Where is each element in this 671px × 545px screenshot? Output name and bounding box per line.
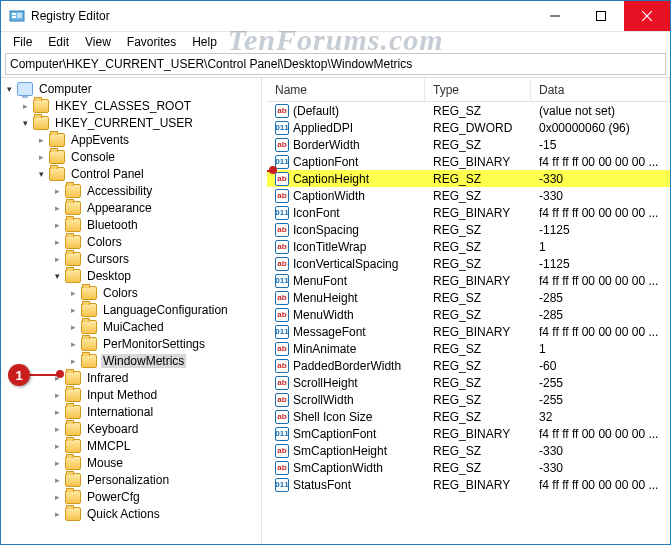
value-row[interactable]: abIconSpacing REG_SZ -1125 — [267, 221, 670, 238]
caret-right-icon[interactable]: ▸ — [67, 338, 79, 350]
caret-right-icon[interactable]: ▸ — [51, 457, 63, 469]
tree-node[interactable]: ▸Infrared — [3, 369, 261, 386]
value-row[interactable]: ab(Default) REG_SZ (value not set) — [267, 102, 670, 119]
tree-node[interactable]: ▸Console — [3, 148, 261, 165]
value-data: 1 — [531, 342, 670, 356]
value-row[interactable]: abSmCaptionHeight REG_SZ -330 — [267, 442, 670, 459]
value-row[interactable]: 011MessageFont REG_BINARY f4 ff ff ff 00… — [267, 323, 670, 340]
value-row[interactable]: 011AppliedDPI REG_DWORD 0x00000060 (96) — [267, 119, 670, 136]
tree-node[interactable]: ▸MuiCached — [3, 318, 261, 335]
value-row[interactable]: abCaptionHeight REG_SZ -330 — [267, 170, 670, 187]
caret-right-icon[interactable]: ▸ — [67, 304, 79, 316]
tree-node[interactable]: ▸Mouse — [3, 454, 261, 471]
tree-node[interactable]: ▸Colors — [3, 284, 261, 301]
col-name[interactable]: Name — [267, 78, 425, 101]
caret-right-icon[interactable]: ▸ — [35, 134, 47, 146]
value-row[interactable]: 011IconFont REG_BINARY f4 ff ff ff 00 00… — [267, 204, 670, 221]
tree-node[interactable]: ▸WindowMetrics — [3, 352, 261, 369]
value-row[interactable]: abMinAnimate REG_SZ 1 — [267, 340, 670, 357]
title-bar[interactable]: Registry Editor — [1, 1, 670, 31]
caret-right-icon[interactable]: ▸ — [51, 406, 63, 418]
value-row[interactable]: abIconVerticalSpacing REG_SZ -1125 — [267, 255, 670, 272]
values-panel[interactable]: Name Type Data ab(Default) REG_SZ (value… — [267, 78, 670, 544]
tree-node[interactable]: ▸MMCPL — [3, 437, 261, 454]
tree-node[interactable]: ▸Bluetooth — [3, 216, 261, 233]
caret-right-icon[interactable]: ▸ — [51, 253, 63, 265]
tree-node[interactable]: ▸HKEY_CLASSES_ROOT — [3, 97, 261, 114]
value-row[interactable]: abSmCaptionWidth REG_SZ -330 — [267, 459, 670, 476]
caret-right-icon[interactable]: ▸ — [51, 423, 63, 435]
menu-edit[interactable]: Edit — [40, 33, 77, 51]
menu-view[interactable]: View — [77, 33, 119, 51]
value-data: -15 — [531, 138, 670, 152]
maximize-button[interactable] — [578, 1, 624, 31]
tree-node[interactable]: ▸International — [3, 403, 261, 420]
tree-node[interactable]: ▸Appearance — [3, 199, 261, 216]
col-type[interactable]: Type — [425, 78, 531, 101]
tree-node[interactable]: ▸Keyboard — [3, 420, 261, 437]
value-row[interactable]: 011SmCaptionFont REG_BINARY f4 ff ff ff … — [267, 425, 670, 442]
tree-node[interactable]: ▸PowerCfg — [3, 488, 261, 505]
caret-down-icon[interactable]: ▾ — [19, 117, 31, 129]
value-row[interactable]: abBorderWidth REG_SZ -15 — [267, 136, 670, 153]
menu-favorites[interactable]: Favorites — [119, 33, 184, 51]
tree-node[interactable]: ▸Input Method — [3, 386, 261, 403]
value-row[interactable]: abIconTitleWrap REG_SZ 1 — [267, 238, 670, 255]
tree-panel[interactable]: ▾Computer▸HKEY_CLASSES_ROOT▾HKEY_CURRENT… — [1, 78, 261, 544]
caret-right-icon[interactable]: ▸ — [51, 202, 63, 214]
caret-right-icon[interactable]: ▸ — [51, 236, 63, 248]
tree-node[interactable]: ▸Accessibility — [3, 182, 261, 199]
svg-rect-3 — [17, 13, 22, 18]
value-row[interactable]: 011CaptionFont REG_BINARY f4 ff ff ff 00… — [267, 153, 670, 170]
value-row[interactable]: abScrollHeight REG_SZ -255 — [267, 374, 670, 391]
value-row[interactable]: abPaddedBorderWidth REG_SZ -60 — [267, 357, 670, 374]
close-button[interactable] — [624, 1, 670, 31]
caret-right-icon[interactable]: ▸ — [35, 151, 47, 163]
column-headers: Name Type Data — [267, 78, 670, 102]
value-type: REG_BINARY — [425, 155, 531, 169]
tree-node-label: HKEY_CURRENT_USER — [53, 116, 195, 130]
caret-right-icon[interactable]: ▸ — [67, 321, 79, 333]
value-type: REG_SZ — [425, 291, 531, 305]
value-row[interactable]: 011MenuFont REG_BINARY f4 ff ff ff 00 00… — [267, 272, 670, 289]
tree-node[interactable]: ▾HKEY_CURRENT_USER — [3, 114, 261, 131]
caret-down-icon[interactable]: ▾ — [51, 270, 63, 282]
value-name: MinAnimate — [293, 342, 356, 356]
tree-node[interactable]: ▸Personalization — [3, 471, 261, 488]
value-row[interactable]: 011StatusFont REG_BINARY f4 ff ff ff 00 … — [267, 476, 670, 493]
minimize-button[interactable] — [532, 1, 578, 31]
caret-right-icon[interactable]: ▸ — [67, 287, 79, 299]
menu-help[interactable]: Help — [184, 33, 225, 51]
tree-node[interactable]: ▸Quick Actions — [3, 505, 261, 522]
tree-node[interactable]: ▾Computer — [3, 80, 261, 97]
caret-down-icon[interactable]: ▾ — [3, 83, 15, 95]
tree-node[interactable]: ▸LanguageConfiguration — [3, 301, 261, 318]
window-title: Registry Editor — [31, 9, 532, 23]
menu-file[interactable]: File — [5, 33, 40, 51]
caret-right-icon[interactable]: ▸ — [51, 219, 63, 231]
caret-right-icon[interactable]: ▸ — [51, 508, 63, 520]
caret-right-icon[interactable]: ▸ — [51, 491, 63, 503]
caret-right-icon[interactable]: ▸ — [51, 389, 63, 401]
col-data[interactable]: Data — [531, 78, 670, 101]
tree-node[interactable]: ▾Control Panel — [3, 165, 261, 182]
value-row[interactable]: abScrollWidth REG_SZ -255 — [267, 391, 670, 408]
value-type: REG_SZ — [425, 172, 531, 186]
tree-node[interactable]: ▸PerMonitorSettings — [3, 335, 261, 352]
tree-node[interactable]: ▸AppEvents — [3, 131, 261, 148]
caret-right-icon[interactable]: ▸ — [51, 440, 63, 452]
tree-node[interactable]: ▾Desktop — [3, 267, 261, 284]
caret-right-icon[interactable]: ▸ — [51, 185, 63, 197]
caret-right-icon[interactable]: ▸ — [67, 355, 79, 367]
value-row[interactable]: abShell Icon Size REG_SZ 32 — [267, 408, 670, 425]
value-row[interactable]: abMenuWidth REG_SZ -285 — [267, 306, 670, 323]
tree-node[interactable]: ▸Cursors — [3, 250, 261, 267]
value-row[interactable]: abCaptionWidth REG_SZ -330 — [267, 187, 670, 204]
caret-right-icon[interactable]: ▸ — [19, 100, 31, 112]
caret-right-icon[interactable]: ▸ — [51, 474, 63, 486]
address-bar[interactable]: Computer\HKEY_CURRENT_USER\Control Panel… — [5, 53, 666, 75]
caret-down-icon[interactable]: ▾ — [35, 168, 47, 180]
tree-node[interactable]: ▸Colors — [3, 233, 261, 250]
binary-value-icon: 011 — [275, 121, 289, 135]
value-row[interactable]: abMenuHeight REG_SZ -285 — [267, 289, 670, 306]
